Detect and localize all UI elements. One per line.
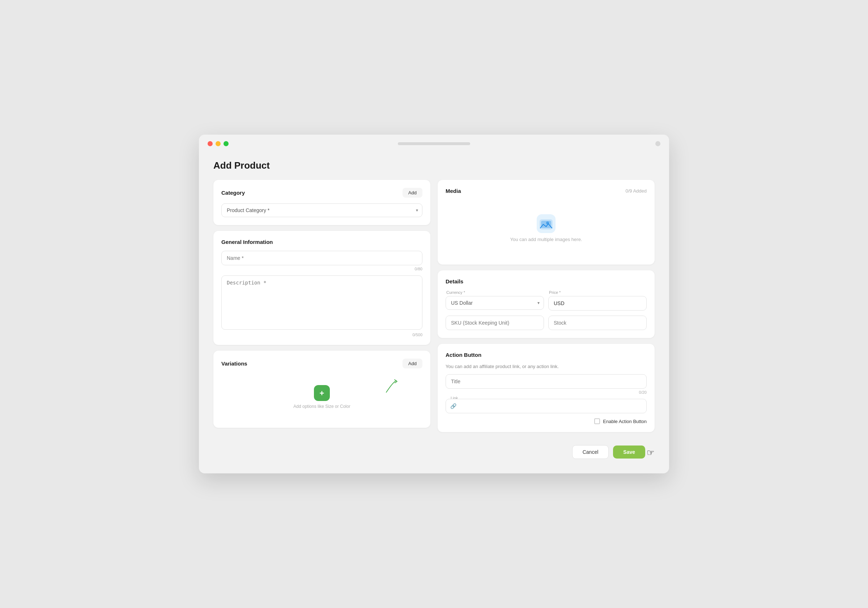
- stock-input[interactable]: [548, 316, 647, 330]
- general-info-card: General Information 0/80 0/500: [213, 231, 430, 345]
- details-row-2: [446, 316, 647, 330]
- category-card-header: Category Add: [221, 188, 422, 197]
- sku-input[interactable]: [446, 316, 544, 330]
- app-window: Add Product Category Add Product Categor…: [199, 135, 669, 473]
- action-button-title: Action Button: [446, 352, 481, 358]
- details-row-1: Currency * US DollarEuroBritish PoundJap…: [446, 290, 647, 311]
- details-grid: Currency * US DollarEuroBritish PoundJap…: [446, 290, 647, 330]
- save-button[interactable]: Save: [613, 446, 645, 459]
- media-hint: You can add multiple images here.: [510, 237, 582, 242]
- traffic-lights: [208, 141, 229, 146]
- price-label: Price *: [548, 290, 647, 295]
- details-header: Details: [446, 278, 647, 285]
- currency-select-wrapper: US DollarEuroBritish PoundJapanese Yen ▾: [446, 296, 544, 310]
- details-card: Details Currency * US DollarEuroBritish …: [438, 271, 655, 338]
- category-select-wrapper: Product Category *ElectronicsClothingFoo…: [221, 204, 422, 217]
- action-button-header: Action Button: [446, 352, 647, 358]
- enable-action-checkbox[interactable]: [594, 418, 600, 424]
- category-select[interactable]: Product Category *ElectronicsClothingFoo…: [221, 204, 422, 217]
- action-button-description: You can add an affiliate product link, o…: [446, 364, 647, 369]
- category-card-title: Category: [221, 190, 245, 196]
- variations-card-header: Variations Add: [221, 359, 422, 369]
- currency-field-group: Currency * US DollarEuroBritish PoundJap…: [446, 290, 544, 311]
- category-card: Category Add Product Category *Electroni…: [213, 180, 430, 225]
- action-title-wrapper: 0/20: [446, 374, 647, 395]
- close-button[interactable]: [208, 141, 213, 146]
- link-input[interactable]: [459, 399, 642, 413]
- action-button-card: Action Button You can add an affiliate p…: [438, 344, 655, 432]
- page-content: Add Product Category Add Product Categor…: [199, 153, 669, 473]
- main-layout: Category Add Product Category *Electroni…: [213, 180, 655, 459]
- media-card: Media 0/9 Added You can add multiple ima…: [438, 180, 655, 264]
- enable-action-row: Enable Action Button: [446, 418, 647, 424]
- left-column: Category Add Product Category *Electroni…: [213, 180, 430, 459]
- arrow-icon: [383, 378, 401, 396]
- titlebar-circle: [655, 141, 660, 146]
- cancel-button[interactable]: Cancel: [572, 445, 609, 459]
- variations-placeholder: + Add options like Size or Color: [221, 374, 422, 420]
- general-info-title: General Information: [221, 239, 273, 245]
- action-title-counter: 0/20: [446, 390, 647, 395]
- variations-icon: +: [314, 385, 330, 401]
- name-input[interactable]: [221, 251, 422, 265]
- price-input[interactable]: [548, 296, 647, 311]
- titlebar: [199, 135, 669, 153]
- titlebar-bar: [398, 142, 470, 145]
- bottom-actions: Cancel Save ☞: [438, 445, 655, 459]
- variations-hint: Add options like Size or Color: [293, 404, 350, 409]
- link-input-wrapper: 🔗: [446, 399, 647, 413]
- media-upload-icon: [537, 214, 555, 233]
- variations-add-button[interactable]: Add: [403, 359, 422, 369]
- right-column: Media 0/9 Added You can add multiple ima…: [438, 180, 655, 459]
- maximize-button[interactable]: [223, 141, 229, 146]
- media-count: 0/9 Added: [625, 188, 647, 194]
- page-title: Add Product: [213, 160, 655, 171]
- price-field-group: Price *: [548, 290, 647, 311]
- variations-card: Variations Add + Add options like Size o…: [213, 351, 430, 428]
- enable-action-label: Enable Action Button: [603, 419, 647, 424]
- details-title: Details: [446, 278, 463, 285]
- general-info-header: General Information: [221, 239, 422, 245]
- media-title: Media: [446, 188, 461, 194]
- link-icon: 🔗: [450, 403, 456, 409]
- name-counter: 0/80: [221, 267, 422, 271]
- action-title-input[interactable]: [446, 374, 647, 389]
- media-header: Media 0/9 Added: [446, 188, 647, 194]
- currency-label: Currency *: [446, 290, 544, 295]
- category-add-button[interactable]: Add: [403, 188, 422, 197]
- minimize-button[interactable]: [215, 141, 221, 146]
- description-counter: 0/500: [221, 333, 422, 337]
- currency-select[interactable]: US DollarEuroBritish PoundJapanese Yen: [446, 296, 544, 310]
- description-field-wrapper: 0/500: [221, 275, 422, 337]
- link-field-wrapper: Link 🔗: [446, 399, 647, 413]
- media-placeholder[interactable]: You can add multiple images here.: [446, 200, 647, 257]
- svg-text:+: +: [320, 389, 324, 398]
- variations-title: Variations: [221, 361, 247, 367]
- cursor-icon: ☞: [647, 448, 655, 458]
- description-input[interactable]: [221, 275, 422, 330]
- name-field-wrapper: 0/80: [221, 251, 422, 271]
